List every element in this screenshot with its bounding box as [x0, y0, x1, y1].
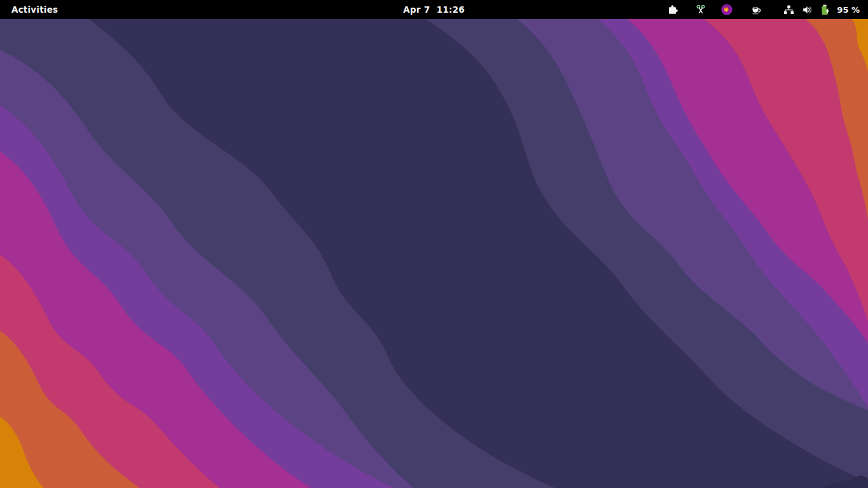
activities-button[interactable]: Activities	[6, 3, 63, 16]
system-indicators-button[interactable]: 95 %	[771, 0, 860, 19]
wired-network-icon	[783, 4, 795, 16]
clock-calendar-button[interactable]: Apr 7 11:26	[397, 3, 471, 16]
flame-circle-icon	[720, 3, 733, 16]
network-indicator	[780, 4, 798, 16]
battery-percentage-label: 95 %	[837, 5, 860, 15]
puzzle-piece-icon	[666, 4, 679, 16]
status-indicators: 95 %	[660, 0, 868, 19]
speaker-volume-icon	[801, 4, 813, 16]
caffeine-indicator-button[interactable]	[740, 0, 771, 19]
battery-charging-icon	[820, 4, 832, 16]
scissors-icon	[695, 4, 706, 15]
coffee-cup-icon	[750, 4, 762, 16]
flame-app-indicator-button[interactable]	[713, 0, 740, 19]
volume-indicator	[798, 4, 816, 16]
extensions-indicator-button[interactable]	[660, 0, 688, 19]
clipboard-indicator-button[interactable]	[688, 0, 713, 19]
gnome-top-bar: Activities Apr 7 11:26	[0, 0, 868, 19]
wallpaper-waves	[0, 0, 868, 488]
desktop-wallpaper	[0, 0, 868, 488]
battery-indicator	[816, 4, 835, 16]
